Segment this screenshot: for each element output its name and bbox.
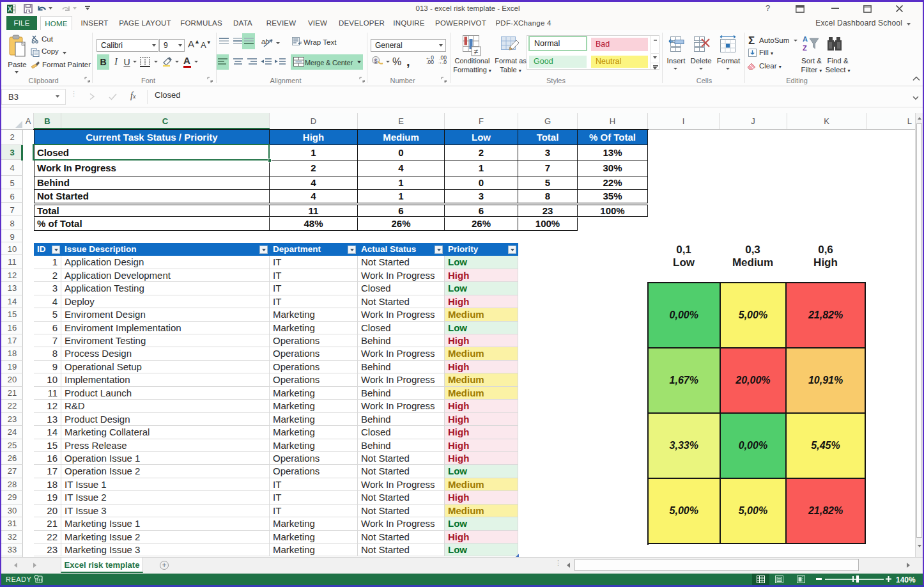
- svg-text:≠: ≠: [474, 47, 479, 56]
- svg-text:ab: ab: [261, 38, 269, 45]
- svg-text:Z: Z: [803, 44, 807, 52]
- svg-text:$: $: [374, 58, 377, 64]
- svg-text:X: X: [8, 5, 12, 13]
- svg-text:A: A: [803, 35, 808, 43]
